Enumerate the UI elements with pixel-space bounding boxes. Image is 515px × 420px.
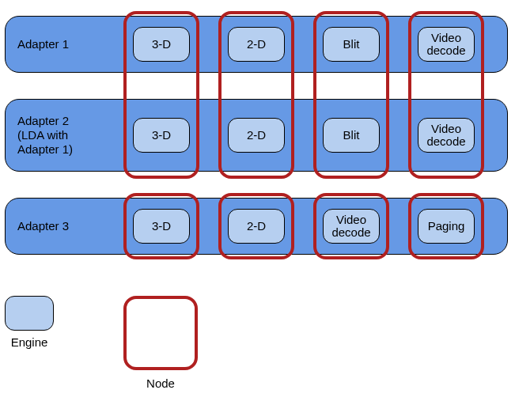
node-group-b-col-2 [313,193,389,259]
node-group-a-col-0 [123,11,199,179]
node-group-a-col-3 [408,11,484,179]
node-group-b-col-0 [123,193,199,259]
legend-engine-swatch [5,296,54,331]
node-group-a-col-1 [218,11,294,179]
node-group-b-col-1 [218,193,294,259]
legend-node-label: Node [123,376,198,390]
node-group-b-col-3 [408,193,484,259]
legend-node-swatch [123,296,198,370]
node-group-a-col-2 [313,11,389,179]
legend-engine-label: Engine [5,335,54,349]
